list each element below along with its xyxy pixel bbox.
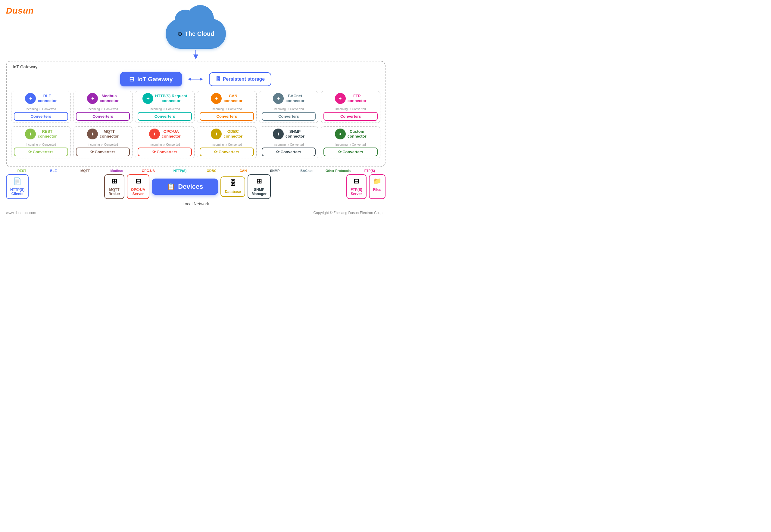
- iot-gateway-button[interactable]: ⊟ IoT Gateway: [120, 72, 182, 86]
- mqtt-broker-device: ⊞ MQTTBroker: [104, 174, 124, 199]
- mqtt-broker-icon: ⊞: [112, 177, 117, 185]
- ftp-connector-card: ✦ FTPconnector Incoming ↓↑ Converted Con…: [321, 91, 380, 123]
- modbus-inc-conv: Incoming ↓↑ Converted: [88, 107, 118, 111]
- http-req-converters-btn[interactable]: Converters: [138, 112, 192, 121]
- mqtt-converters-btn[interactable]: ⟳ Converters: [76, 148, 130, 156]
- bottom-connectors-row: ✦ RESTconnector Incoming ↓↑ Converted ⟳ …: [11, 126, 380, 158]
- iot-gateway-icon: ⊟: [129, 76, 134, 83]
- rest-icon: ✦: [25, 129, 36, 139]
- mqtt-title: MQTTconnector: [100, 129, 119, 138]
- https-clients-icon: 📄: [13, 177, 21, 185]
- opcua-title: OPC-UAconnector: [162, 129, 181, 138]
- bacnet-connector-card: ✦ BACnetconnector Incoming ↓↑ Converted …: [259, 91, 319, 123]
- cloud-section: ⊕ The Cloud: [6, 19, 385, 49]
- rest-title: RESTconnector: [38, 129, 57, 138]
- mqtt-icon: ✦: [87, 129, 98, 139]
- gateway-outer-label: IoT Gateway: [13, 64, 37, 69]
- opcua-header: ✦ OPC-UAconnector: [149, 129, 181, 139]
- right-devices: ⊟ FTP(S)Server 📁 Files: [346, 174, 385, 199]
- ftp-title: FTPconnector: [347, 94, 366, 103]
- odbc-icon: ✦: [211, 129, 222, 139]
- http-req-inc-conv: Incoming ↓↑ Converted: [150, 107, 180, 111]
- ftp-header: ✦ FTPconnector: [335, 93, 366, 104]
- svg-marker-2: [200, 78, 203, 81]
- https-clients-label: HTTP(S)Clients: [10, 188, 24, 196]
- opcua-connector-card: ✦ OPC-UAconnector Incoming ↓↑ Converted …: [135, 126, 194, 158]
- opcua-server-device: ⊟ OPC-UAServer: [127, 174, 149, 199]
- proto-modbus: Modbus: [101, 169, 132, 173]
- ftp-converters-btn[interactable]: Converters: [323, 112, 378, 121]
- ble-inc-conv: Incoming ↓↑ Converted: [26, 107, 56, 111]
- snmp-converters-btn[interactable]: ⟳ Converters: [262, 148, 316, 156]
- svg-marker-3: [188, 78, 191, 81]
- proto-rest: REST: [6, 169, 38, 173]
- proto-opcua: OPC-UA: [132, 169, 164, 173]
- opcua-inc-conv: Incoming ↓↑ Converted: [150, 143, 180, 146]
- modbus-header: ✦ Modbusconnector: [87, 93, 119, 104]
- custom-converters-btn[interactable]: ⟳ Converters: [323, 148, 378, 156]
- snmp-header: ✦ SNMPconnector: [273, 129, 304, 139]
- rest-converters-btn[interactable]: ⟳ Converters: [14, 148, 68, 156]
- opcua-converters-btn[interactable]: ⟳ Converters: [138, 148, 192, 156]
- proto-snmp: SNMP: [259, 169, 291, 173]
- files-device: 📁 Files: [369, 174, 385, 199]
- protocol-labels: REST BLE MQTT Modbus OPC-UA HTTP(S) ODBC…: [6, 169, 385, 173]
- bacnet-inc-conv: Incoming ↓↑ Converted: [273, 107, 304, 111]
- can-header: ✦ CANconnector: [211, 93, 242, 104]
- devices-label: Devices: [178, 183, 203, 191]
- modbus-icon: ✦: [87, 93, 98, 104]
- ble-connector-card: ✦ BLEconnector Incoming ↓↑ Converted Con…: [11, 91, 71, 123]
- cloud-box: ⊕ The Cloud: [166, 19, 226, 49]
- odbc-converters-btn[interactable]: ⟳ Converters: [200, 148, 254, 156]
- database-label: Database: [225, 190, 241, 194]
- devices-center: 📋 Devices: [152, 179, 218, 195]
- bacnet-icon: ✦: [273, 93, 284, 104]
- devices-button[interactable]: 📋 Devices: [152, 179, 218, 195]
- cloud-icon: ⊕: [177, 30, 182, 37]
- snmp-title: SNMPconnector: [285, 129, 304, 138]
- https-clients-device: 📄 HTTP(S)Clients: [6, 174, 29, 199]
- gateway-outer: IoT Gateway ⊟ IoT Gateway 🗄 Persistent s…: [6, 61, 385, 167]
- bacnet-converters-btn[interactable]: Converters: [262, 112, 316, 121]
- proto-bacnet: BACnet: [291, 169, 322, 173]
- gateway-ps-arrow: [188, 76, 203, 82]
- custom-inc-conv: Incoming ↓↑ Converted: [335, 143, 366, 146]
- iot-gateway-row: ⊟ IoT Gateway 🗄 Persistent storage: [11, 72, 380, 86]
- bacnet-title: BACnetconnector: [285, 94, 304, 103]
- odbc-header: ✦ ODBCconnector: [211, 129, 242, 139]
- odbc-connector-card: ✦ ODBCconnector Incoming ↓↑ Converted ⟳ …: [197, 126, 256, 158]
- custom-icon: ✦: [335, 129, 346, 139]
- logo: Dusun: [6, 6, 34, 16]
- persistent-storage-label: Persistent storage: [223, 76, 265, 82]
- page-wrapper: Dusun ⊕ The Cloud IoT Gateway ⊟ IoT Gate…: [0, 0, 392, 221]
- iot-gateway-label: IoT Gateway: [137, 76, 173, 83]
- odbc-title: ODBCconnector: [223, 129, 242, 138]
- footer-copyright: Copyright © Zhejiang Dusun Electron Co.,…: [313, 211, 385, 215]
- external-devices-row: 📄 HTTP(S)Clients ⊞ MQTTBroker ⊟ OPC-UASe…: [6, 174, 385, 199]
- persistent-storage-button[interactable]: 🗄 Persistent storage: [209, 72, 272, 86]
- proto-other: Other Protocols: [322, 169, 354, 173]
- can-converters-btn[interactable]: Converters: [200, 112, 254, 121]
- mqtt-connector-card: ✦ MQTTconnector Incoming ↓↑ Converted ⟳ …: [73, 126, 133, 158]
- proto-odbc: ODBC: [196, 169, 227, 173]
- modbus-converters-btn[interactable]: Converters: [76, 112, 130, 121]
- can-connector-card: ✦ CANconnector Incoming ↓↑ Converted Con…: [197, 91, 256, 123]
- snmp-manager-icon: ⊞: [256, 177, 262, 185]
- ble-converters-btn[interactable]: Converters: [14, 112, 68, 121]
- proto-https: HTTP(S): [164, 169, 196, 173]
- custom-header: ✦ Customconnector: [335, 129, 366, 139]
- http-req-title: HTTP(S) Requestconnector: [155, 94, 187, 103]
- rest-connector-card: ✦ RESTconnector Incoming ↓↑ Converted ⟳ …: [11, 126, 71, 158]
- proto-ble: BLE: [38, 169, 69, 173]
- devices-icon: 📋: [167, 183, 175, 191]
- snmp-inc-conv: Incoming ↓↑ Converted: [273, 143, 304, 146]
- top-connectors-row: ✦ BLEconnector Incoming ↓↑ Converted Con…: [11, 91, 380, 123]
- modbus-title: Modbusconnector: [100, 94, 119, 103]
- ftp-server-device: ⊟ FTP(S)Server: [346, 174, 366, 199]
- http-req-header: ✦ HTTP(S) Requestconnector: [142, 93, 187, 104]
- opcua-server-icon: ⊟: [135, 177, 141, 185]
- database-icon: 🗄: [229, 179, 236, 187]
- proto-mqtt: MQTT: [69, 169, 101, 173]
- custom-connector-card: ✦ Customconnector Incoming ↓↑ Converted …: [321, 126, 380, 158]
- files-label: Files: [373, 188, 381, 192]
